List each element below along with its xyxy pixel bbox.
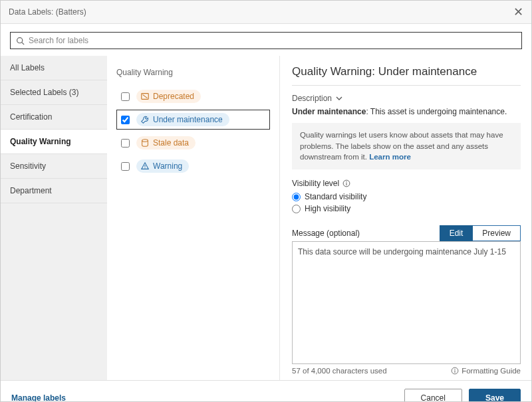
chip-label: Warning [153,161,182,171]
manage-labels-link[interactable]: Manage labels [11,393,66,402]
description-label: Description [292,94,332,103]
label-row-stale-data[interactable]: Stale data [116,133,270,153]
chip-label: Under maintenance [153,115,223,124]
chevron-down-icon [336,95,342,102]
visibility-label: Visibility level [292,179,339,188]
visibility-label-row: Visibility level [292,179,521,188]
svg-point-6 [144,167,145,168]
sidebar-tab-certification[interactable]: Certification [1,105,107,130]
tab-preview[interactable]: Preview [473,225,521,241]
main-area: All Labels Selected Labels (3) Certifica… [1,56,531,380]
svg-point-11 [454,369,455,369]
sidebar-tab-selected-labels[interactable]: Selected Labels (3) [1,80,107,105]
sidebar-tab-all-labels[interactable]: All Labels [1,56,107,80]
char-count: 57 of 4,000 characters used [292,367,387,375]
message-footer: 57 of 4,000 characters used Formatting G… [292,367,521,375]
svg-point-4 [142,140,148,142]
message-tabs: Edit Preview [440,225,521,241]
description-toggle[interactable]: Description [292,94,521,103]
close-icon[interactable]: ✕ [513,6,523,18]
formatting-guide-link[interactable]: Formatting Guide [451,367,521,375]
formatting-guide-text: Formatting Guide [462,367,521,375]
label-row-deprecated[interactable]: Deprecated [116,86,270,106]
checkbox-stale-data[interactable] [121,139,130,148]
detail-panel: Quality Warning: Under maintenance Descr… [280,56,531,380]
sidebar-tab-department[interactable]: Department [1,179,107,203]
label-row-under-maintenance[interactable]: Under maintenance [116,110,270,130]
sidebar-tab-quality-warning[interactable]: Quality Warning [1,130,107,154]
save-button[interactable]: Save [469,389,521,402]
detail-heading: Quality Warning: Under maintenance [292,65,521,78]
chip-stale-data: Stale data [136,136,196,150]
info-icon[interactable] [342,179,350,187]
checkbox-deprecated[interactable] [121,92,130,101]
info-box: Quality warnings let users know about as… [292,123,521,169]
message-header: Message (optional) Edit Preview [292,225,521,241]
maintenance-icon [140,115,150,124]
description-line: Under maintenance: This asset is undergo… [292,107,521,116]
message-label: Message (optional) [292,229,360,238]
svg-line-1 [22,42,24,44]
tab-edit[interactable]: Edit [440,225,473,241]
chip-warning: Warning [136,159,189,173]
description-text: : This asset is undergoing maintenance. [366,107,507,116]
svg-line-3 [143,94,148,98]
label-list-panel: Quality Warning Deprecated Under mainten… [107,56,280,380]
chip-label: Deprecated [153,92,194,101]
label-list-title: Quality Warning [116,68,270,77]
search-box[interactable] [10,32,522,49]
description-term: Under maintenance [292,107,366,116]
radio-standard-visibility[interactable]: Standard visibility [292,192,521,201]
sidebar: All Labels Selected Labels (3) Certifica… [1,56,107,380]
message-textarea[interactable] [292,241,521,364]
chip-deprecated: Deprecated [136,90,201,103]
deprecated-icon [140,92,150,101]
chip-label: Stale data [153,138,189,148]
learn-more-link[interactable]: Learn more [369,153,411,161]
warning-icon [140,161,150,171]
radio-label: High visibility [305,204,350,213]
checkbox-under-maintenance[interactable] [121,116,130,124]
cancel-button[interactable]: Cancel [404,389,462,402]
info-icon [451,367,459,375]
radio-label: Standard visibility [305,192,366,201]
footer: Manage labels Cancel Save [1,380,531,402]
svg-point-8 [346,181,346,182]
chip-under-maintenance: Under maintenance [136,113,229,126]
stale-data-icon [140,138,150,148]
footer-buttons: Cancel Save [404,389,521,402]
radio-high-visibility[interactable]: High visibility [292,204,521,213]
sidebar-tab-sensitivity[interactable]: Sensitivity [1,154,107,179]
dialog-title: Data Labels: (Batters) [9,7,86,17]
search-input[interactable] [29,36,516,45]
titlebar: Data Labels: (Batters) ✕ [1,1,531,24]
svg-point-0 [17,37,23,43]
checkbox-warning[interactable] [121,162,130,171]
divider [292,85,521,86]
radio-input-high[interactable] [292,205,301,213]
label-row-warning[interactable]: Warning [116,156,270,176]
search-container [1,24,531,56]
radio-input-standard[interactable] [292,193,301,201]
search-icon [16,37,25,45]
